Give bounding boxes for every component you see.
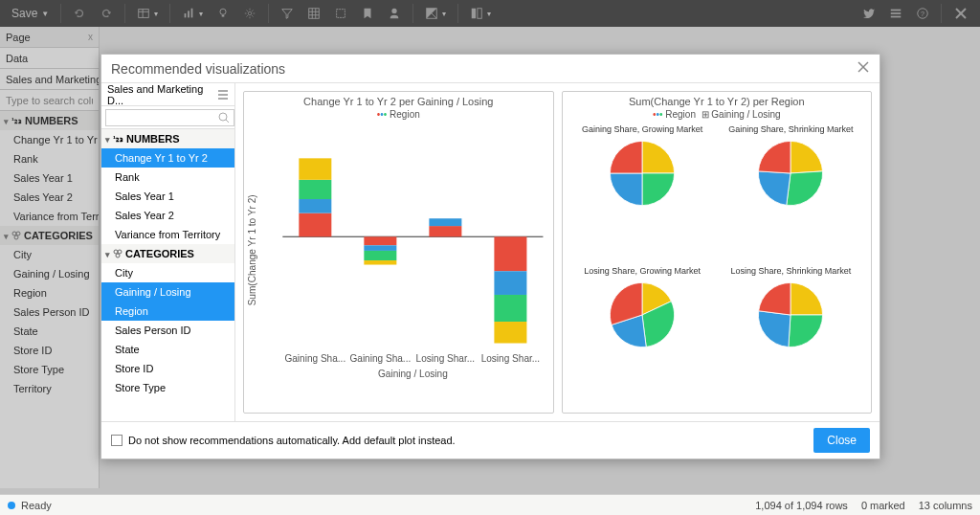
column-item[interactable]: Rank xyxy=(101,168,234,187)
svg-point-34 xyxy=(219,113,227,121)
svg-rect-46 xyxy=(364,245,396,251)
column-item[interactable]: Sales Person ID xyxy=(101,321,234,340)
column-item[interactable]: Store Type xyxy=(101,378,234,397)
svg-rect-58 xyxy=(494,322,526,343)
column-item[interactable]: Sales Year 1 xyxy=(101,187,234,206)
modal-categories-header[interactable]: CATEGORIES xyxy=(101,244,234,263)
svg-rect-48 xyxy=(364,260,396,264)
hamburger-icon[interactable] xyxy=(217,89,229,101)
column-item[interactable]: Region xyxy=(101,302,234,321)
modal-title: Recommended visualizations xyxy=(111,61,285,77)
svg-rect-55 xyxy=(494,236,526,271)
svg-rect-56 xyxy=(494,271,526,295)
svg-text:Losing Shar...: Losing Shar... xyxy=(416,353,476,364)
column-item[interactable]: City xyxy=(101,263,234,282)
column-item[interactable]: Variance from Territory xyxy=(101,225,234,244)
column-item[interactable]: Sales Year 2 xyxy=(101,206,234,225)
modal-column-list: Sales and Marketing D... ¹₂₃NUMBERS Chan… xyxy=(101,83,235,421)
column-count: 13 columns xyxy=(919,500,972,511)
column-item[interactable]: State xyxy=(101,340,234,359)
column-item[interactable]: Store ID xyxy=(101,359,234,378)
close-button[interactable]: Close xyxy=(813,428,870,453)
row-count: 1,094 of 1,094 rows xyxy=(755,500,848,511)
marked-count: 0 marked xyxy=(861,500,905,511)
column-item[interactable]: Gaining / Losing xyxy=(101,282,234,302)
svg-rect-50 xyxy=(429,226,461,236)
svg-point-38 xyxy=(116,254,120,258)
modal-header: Recommended visualizations xyxy=(101,55,880,83)
svg-text:Losing Shar...: Losing Shar... xyxy=(481,353,541,364)
svg-rect-40 xyxy=(299,213,331,237)
svg-rect-51 xyxy=(429,218,461,226)
svg-rect-42 xyxy=(299,180,331,199)
column-item[interactable]: Change Yr 1 to Yr 2 xyxy=(101,148,234,168)
status-indicator-icon xyxy=(8,502,15,509)
recommended-chart-pie[interactable]: Sum(Change Yr 1 to Yr 2) per Region ••• … xyxy=(562,91,873,414)
modal-search[interactable] xyxy=(101,106,234,129)
search-icon xyxy=(217,111,231,124)
suppress-recommendations-checkbox[interactable]: Do not show recommendations automaticall… xyxy=(111,435,456,446)
svg-point-36 xyxy=(114,250,118,254)
svg-rect-43 xyxy=(299,158,331,179)
svg-text:Gaining Sha...: Gaining Sha... xyxy=(349,353,411,364)
svg-text:Gaining Sha...: Gaining Sha... xyxy=(284,353,345,364)
recommended-chart-bar[interactable]: Change Yr 1 to Yr 2 per Gaining / Losing… xyxy=(243,91,554,414)
svg-text:Gaining / Losing: Gaining / Losing xyxy=(378,369,448,379)
modal-close-icon[interactable] xyxy=(857,60,870,77)
svg-text:Sum(Change Yr 1 to Yr 2): Sum(Change Yr 1 to Yr 2) xyxy=(247,194,257,305)
status-text: Ready xyxy=(21,500,52,511)
svg-rect-41 xyxy=(299,199,331,213)
modal-source[interactable]: Sales and Marketing D... xyxy=(101,83,234,106)
recommendations-modal: Recommended visualizations Sales and Mar… xyxy=(100,54,880,459)
svg-rect-57 xyxy=(494,295,526,322)
status-bar: Ready 1,094 of 1,094 rows 0 marked 13 co… xyxy=(0,494,980,515)
svg-rect-45 xyxy=(364,236,396,245)
svg-rect-47 xyxy=(364,251,396,260)
svg-point-37 xyxy=(118,250,122,254)
modal-numbers-header[interactable]: ¹₂₃NUMBERS xyxy=(101,129,234,148)
svg-line-35 xyxy=(226,120,229,123)
